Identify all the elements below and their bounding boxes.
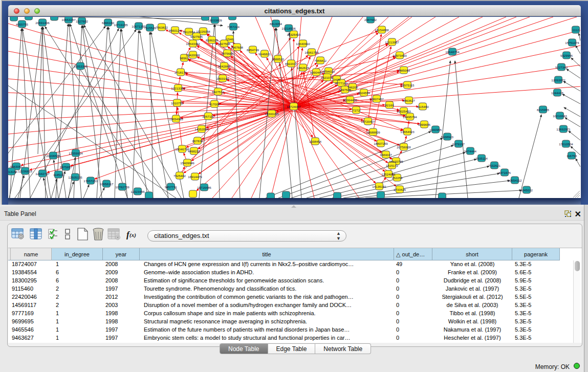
svg-text:20206535: 20206535 xyxy=(46,154,60,158)
svg-text:16914479: 16914479 xyxy=(188,175,202,179)
svg-text:9242848: 9242848 xyxy=(218,64,231,68)
svg-text:9457771: 9457771 xyxy=(165,185,178,189)
svg-text:7272: 7272 xyxy=(353,108,360,112)
svg-text:3267110: 3267110 xyxy=(202,115,214,118)
svg-text:114519: 114519 xyxy=(53,173,64,177)
svg-text:10782759: 10782759 xyxy=(115,185,129,189)
svg-text:16648754: 16648754 xyxy=(445,50,460,54)
svg-text:9777169: 9777169 xyxy=(335,81,348,85)
svg-text:6379197: 6379197 xyxy=(452,142,465,146)
svg-text:20053346: 20053346 xyxy=(73,64,88,68)
svg-text:1362615: 1362615 xyxy=(297,66,310,70)
svg-text:2718176: 2718176 xyxy=(175,71,187,74)
svg-text:9146821: 9146821 xyxy=(258,52,271,56)
svg-text:16033809: 16033809 xyxy=(208,18,222,22)
svg-text:7663822: 7663822 xyxy=(156,26,168,29)
svg-text:8215955: 8215955 xyxy=(537,108,550,112)
svg-text:13692971: 13692971 xyxy=(556,127,571,131)
svg-text:3912954: 3912954 xyxy=(183,30,195,34)
svg-text:16120746: 16120746 xyxy=(389,160,403,163)
svg-text:2487682: 2487682 xyxy=(364,18,377,21)
svg-text:15226058: 15226058 xyxy=(196,30,210,33)
svg-text:8660124: 8660124 xyxy=(169,29,182,32)
svg-text:10025433: 10025433 xyxy=(397,110,411,113)
svg-text:9463627: 9463627 xyxy=(403,99,416,102)
svg-text:9327505: 9327505 xyxy=(190,35,203,38)
svg-text:7357224: 7357224 xyxy=(227,25,240,29)
svg-text:16154838: 16154838 xyxy=(375,28,389,32)
svg-text:10688609: 10688609 xyxy=(366,130,380,134)
svg-text:9913154: 9913154 xyxy=(8,170,18,173)
svg-text:12323455: 12323455 xyxy=(130,190,145,193)
svg-text:8990443: 8990443 xyxy=(310,71,323,74)
svg-text:11325419: 11325419 xyxy=(287,33,301,36)
svg-text:12213967: 12213967 xyxy=(385,40,399,44)
svg-text:1588520: 1588520 xyxy=(272,57,285,61)
svg-text:12975115: 12975115 xyxy=(400,83,415,87)
svg-text:10210643: 10210643 xyxy=(553,114,567,118)
svg-text:18300295: 18300295 xyxy=(265,112,279,116)
svg-text:(x): (x) xyxy=(129,232,136,238)
svg-text:3024554: 3024554 xyxy=(358,91,371,95)
svg-text:16961758: 16961758 xyxy=(304,51,319,54)
svg-text:5443061: 5443061 xyxy=(10,165,23,168)
svg-text:10807457: 10807457 xyxy=(369,97,384,101)
svg-text:8454749: 8454749 xyxy=(247,48,259,52)
svg-text:10654112: 10654112 xyxy=(508,179,522,182)
svg-text:1112: 1112 xyxy=(573,28,579,32)
svg-text:4498222: 4498222 xyxy=(188,149,201,153)
svg-text:14136141: 14136141 xyxy=(372,185,386,188)
svg-text:8471676: 8471676 xyxy=(498,171,511,174)
svg-text:3475685: 3475685 xyxy=(221,52,234,55)
svg-text:9245032: 9245032 xyxy=(520,188,533,192)
svg-text:14353594: 14353594 xyxy=(194,127,209,131)
svg-text:10973493: 10973493 xyxy=(393,54,407,57)
svg-text:2435: 2435 xyxy=(333,78,340,81)
svg-text:4055755: 4055755 xyxy=(16,23,29,26)
svg-text:9115460: 9115460 xyxy=(417,105,429,108)
svg-text:10958117: 10958117 xyxy=(99,182,114,186)
svg-text:20691406: 20691406 xyxy=(35,21,50,25)
svg-text:12213362: 12213362 xyxy=(171,86,185,90)
svg-text:1546: 1546 xyxy=(226,37,233,41)
svg-text:2967608: 2967608 xyxy=(231,46,244,49)
svg-text:14495794: 14495794 xyxy=(403,115,417,119)
svg-text:7632621: 7632621 xyxy=(488,164,501,167)
svg-text:82160: 82160 xyxy=(385,103,394,107)
svg-text:252254: 252254 xyxy=(392,176,403,180)
svg-text:17957253: 17957253 xyxy=(83,179,98,183)
svg-text:13524851: 13524851 xyxy=(381,172,396,176)
svg-text:6497508: 6497508 xyxy=(339,88,352,92)
svg-text:8322037: 8322037 xyxy=(285,62,298,65)
svg-text:98961: 98961 xyxy=(180,56,189,60)
svg-text:1527602: 1527602 xyxy=(76,19,89,23)
svg-text:2935114: 2935114 xyxy=(475,157,488,160)
svg-text:15716485: 15716485 xyxy=(197,186,211,189)
svg-text:1010755: 1010755 xyxy=(171,101,184,105)
svg-text:116753: 116753 xyxy=(567,154,577,158)
svg-text:19218506: 19218506 xyxy=(281,27,296,30)
svg-text:6794023: 6794023 xyxy=(322,70,335,73)
svg-text:9474444: 9474444 xyxy=(464,149,477,153)
svg-text:20364436: 20364436 xyxy=(343,98,357,102)
svg-text:18807269: 18807269 xyxy=(374,142,388,145)
svg-text:12505135: 12505135 xyxy=(68,176,82,179)
svg-text:1615172: 1615172 xyxy=(386,164,399,167)
svg-text:13654923: 13654923 xyxy=(400,130,415,134)
svg-text:18724007: 18724007 xyxy=(287,105,301,108)
svg-text:12093872: 12093872 xyxy=(551,78,565,82)
svg-text:417004: 417004 xyxy=(209,102,220,106)
svg-text:7625402: 7625402 xyxy=(173,174,186,178)
svg-text:1938454: 1938454 xyxy=(309,140,322,143)
svg-text:12156819: 12156819 xyxy=(18,169,32,173)
svg-text:17359934: 17359934 xyxy=(69,151,83,155)
svg-text:7485063: 7485063 xyxy=(398,69,410,72)
svg-text:6399695: 6399695 xyxy=(418,123,431,126)
svg-text:9327508: 9327508 xyxy=(218,42,231,46)
svg-text:1640955: 1640955 xyxy=(429,128,442,132)
svg-text:5938923: 5938923 xyxy=(441,135,454,139)
svg-text:19654985: 19654985 xyxy=(169,117,183,121)
svg-text:1621072: 1621072 xyxy=(321,76,334,79)
svg-text:10543362: 10543362 xyxy=(186,42,200,46)
svg-text:8186328: 8186328 xyxy=(206,38,219,42)
